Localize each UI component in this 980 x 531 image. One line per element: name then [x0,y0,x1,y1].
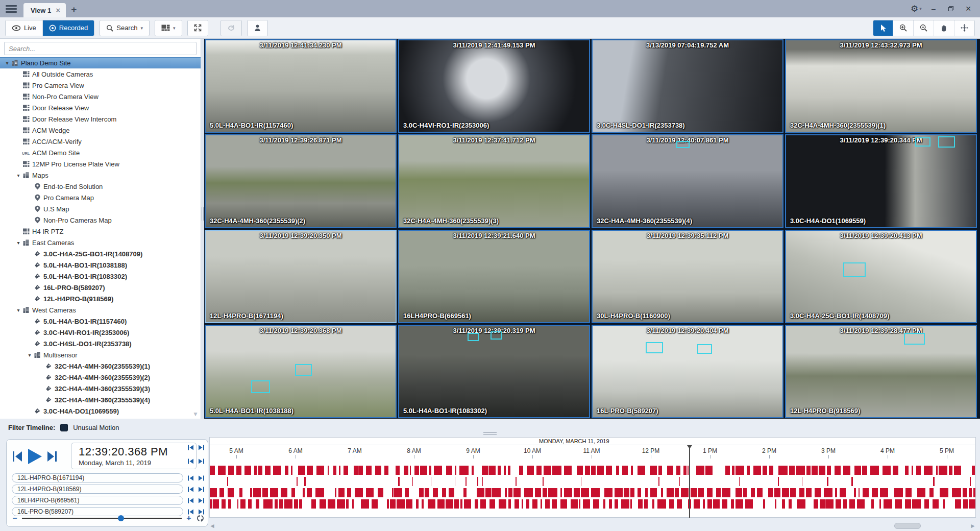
tree-item[interactable]: End-to-End Solution [0,181,201,192]
scroll-right-arrow-icon[interactable]: ► [970,522,976,529]
jump-previous-event-button[interactable] [187,445,194,450]
tree-item[interactable]: Door Release View [0,102,201,113]
tree-item[interactable]: U.S Map [0,203,201,214]
tree-item[interactable]: 32C-H4A-4MH-360(2355539)(1) [0,360,201,372]
jump-next-event-button[interactable] [198,475,205,481]
camera-tile[interactable]: 3/11/2019 12:40:07.861 PM32C-H4A-4MH-360… [592,134,783,228]
timeline-zoom-out-button[interactable]: − [11,514,19,523]
jump-previous-event-button[interactable] [187,475,194,481]
camera-tile[interactable]: 3/11/2019 12:41:49.153 PM3.0C-H4VI-RO1-I… [398,39,590,133]
tree-item[interactable]: ▾East Cameras [0,237,201,248]
tree-item[interactable]: All Outside Cameras [0,68,201,80]
tree-item[interactable]: ▾Multisensor [0,349,201,360]
camera-tile[interactable]: 3/11/2019 12:41:34.230 PM5.0L-H4A-BO1-IR… [205,39,397,133]
select-tool-button[interactable] [873,20,893,36]
track-activity-row[interactable] [210,466,975,475]
camera-tile[interactable]: 3/11/2019 12:39:20.404 PM16L-PRO-B(58920… [592,325,783,418]
tree-expand-caret-icon[interactable]: ▾ [15,173,21,178]
tab-view-1[interactable]: View 1 ✕ [23,3,66,17]
jump-previous-event-button[interactable] [187,487,194,492]
add-tab-button[interactable]: + [66,4,82,17]
timeline-panel-grip[interactable] [483,431,497,436]
track-camera-label[interactable]: 12L-H4PRO-B(1671194) [12,473,183,482]
tree-item[interactable]: ▾Maps [0,170,201,181]
tree-item[interactable]: 12MP Pro License Plate View [0,158,201,170]
user-presence-button[interactable] [248,20,267,36]
zoom-in-tool-button[interactable] [893,20,914,36]
tree-scroll-down-icon[interactable]: ▼ [192,411,199,418]
track-activity-row[interactable] [210,488,975,497]
camera-tile[interactable]: 3/11/2019 12:39:35.112 PM30L-H4PRO-B(116… [592,230,783,323]
pan-move-tool-button[interactable] [954,20,974,36]
camera-tile[interactable]: 3/11/2019 12:43:32.973 PM32C-H4A-4MH-360… [785,39,977,133]
tab-close-icon[interactable]: ✕ [55,7,61,14]
timeline-playhead[interactable] [689,445,690,518]
tree-expand-caret-icon[interactable]: ▾ [15,307,21,313]
timeline-zoom-in-button[interactable]: + [185,514,193,523]
camera-tile[interactable]: 3/11/2019 12:39:20.344 PM3.0C-H4A-DO1(10… [785,134,977,228]
timeline-horizontal-scrollbar[interactable]: ◄ ► [209,522,976,530]
fullscreen-button[interactable] [188,20,208,36]
tree-item[interactable]: 12L-H4PRO-B(918569) [0,293,201,304]
track-camera-label[interactable]: 12L-H4PRO-B(918569) [12,485,183,494]
tree-expand-caret-icon[interactable]: ▾ [27,352,33,358]
camera-tile[interactable]: 3/11/2019 12:39:20.319 PM5.0L-H4A-BO1-IR… [398,325,590,418]
zoom-out-tool-button[interactable] [914,20,934,36]
camera-tile[interactable]: 3/11/2019 12:39:28.477 PM12L-H4PRO-B(918… [785,325,977,418]
recorded-button[interactable]: Recorded [43,20,94,36]
tree-item[interactable]: Pro Camera View [0,80,201,91]
scrollbar-track[interactable] [215,522,970,529]
live-button[interactable]: Live [6,20,43,36]
tree-item[interactable]: Non-Pro Camera View [0,91,201,102]
tree-item[interactable]: 32C-H4A-4MH-360(2355539)(2) [0,372,201,383]
unusual-motion-checkbox[interactable] [60,424,68,431]
scrollbar-thumb[interactable] [894,523,921,529]
track-activity-row[interactable] [210,477,975,486]
search-button[interactable]: Search ▾ [100,20,149,36]
timeline-sync-button[interactable] [196,515,205,522]
settings-gear-button[interactable]: ⚙▾ [909,2,924,15]
tree-item[interactable]: ▾West Cameras [0,304,201,316]
camera-tile[interactable]: 3/11/2019 12:39:26.871 PM32C-H4A-4MH-360… [205,134,397,228]
zoom-slider-thumb[interactable] [118,515,124,521]
camera-tile[interactable]: 3/11/2019 12:39:21.640 PM16LH4PRO-B(6695… [398,230,590,323]
tree-item[interactable]: 5.0L-H4A-BO1-IR(1038188) [0,259,201,271]
play-button[interactable] [26,448,43,465]
track-activity-row[interactable] [210,499,975,509]
timeline-ruler-area[interactable]: MONDAY, MARCH 11, 2019 5 AM6 AM7 AM8 AM9… [209,436,976,531]
scroll-left-arrow-icon[interactable]: ◄ [209,522,215,529]
restore-button[interactable] [943,2,959,15]
tree-item[interactable]: 5.0L-H4A-BO1-IR(1157460) [0,316,201,327]
jump-previous-event-button[interactable] [187,458,194,464]
tree-item[interactable]: Non-Pro Cameras Map [0,214,201,226]
tree-item[interactable]: ▾Plano Demo Site [0,57,201,68]
sidebar-splitter[interactable] [201,39,204,419]
pan-hand-tool-button[interactable] [934,20,954,36]
camera-tile[interactable]: 3/11/2019 12:39:20.413 PM3.0C-H4A-25G-BO… [785,230,977,323]
next-frame-button[interactable] [46,450,58,463]
tree-item[interactable]: 3.0C-H4A-DO1(1069559) [0,405,201,417]
tree-item[interactable]: 3.0C-H4VI-RO1-IR(2353006) [0,327,201,338]
jump-previous-event-button[interactable] [187,498,194,503]
tree-item[interactable]: Door Release View Intercom [0,113,201,125]
sidebar-search-input[interactable] [4,42,197,55]
tree-item[interactable]: ACM Wedge [0,125,201,136]
camera-tile[interactable]: 3/11/2019 12:37:41.712 PM32C-H4A-4MH-360… [398,134,590,228]
jump-next-event-button[interactable] [198,445,205,450]
tree-item[interactable]: 3.0C-H4A-25G-BO1-IR(1408709) [0,248,201,259]
jump-next-event-button[interactable] [198,498,205,503]
camera-tile[interactable]: 3/11/2019 12:39:20.350 PM12L-H4PRO-B(167… [205,230,397,323]
tree-item[interactable]: ACC/ACM-Verify [0,136,201,147]
tree-item[interactable]: 32C-H4A-4MH-360(2355539)(3) [0,383,201,394]
camera-tile[interactable]: 3/11/2019 12:39:20.368 PM5.0L-H4A-BO1-IR… [205,325,397,418]
tree-item[interactable]: URLACM Demo Site [0,147,201,158]
tree-item[interactable]: 16L-PRO-B(589207) [0,282,201,293]
timeline-tracks[interactable] [209,458,976,518]
tree-item[interactable]: 32C-H4A-4MH-360(2355539)(4) [0,394,201,405]
tree-item[interactable]: 3.0C-H4SL-DO1-IR(2353738) [0,338,201,349]
tree-item[interactable]: 5.0L-H4A-BO1-IR(1083302) [0,271,201,282]
tree-item[interactable]: Pro Camera Map [0,192,201,203]
layout-button[interactable]: ▾ [155,20,182,36]
track-camera-label[interactable]: 16LH4PRO-B(669561) [12,496,183,505]
minimize-button[interactable]: – [926,2,941,15]
